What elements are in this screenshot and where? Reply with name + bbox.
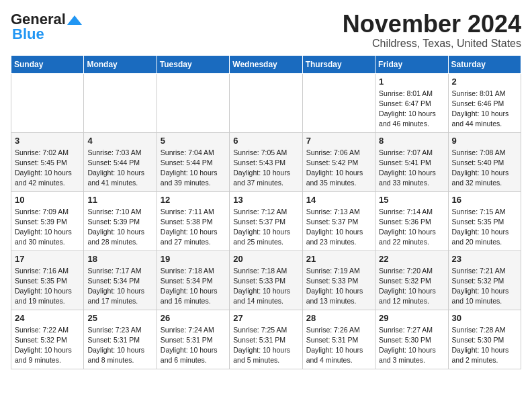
day-info: Sunrise: 7:05 AM Sunset: 5:43 PM Dayligh… — [233, 148, 298, 189]
day-info: Sunrise: 7:19 AM Sunset: 5:33 PM Dayligh… — [306, 266, 371, 307]
day-info: Sunrise: 7:12 AM Sunset: 5:37 PM Dayligh… — [233, 207, 298, 248]
day-info: Sunrise: 7:15 AM Sunset: 5:35 PM Dayligh… — [452, 207, 517, 248]
calendar-cell-w4-d2: 26Sunrise: 7:24 AM Sunset: 5:31 PM Dayli… — [157, 310, 229, 369]
day-info: Sunrise: 7:23 AM Sunset: 5:31 PM Dayligh… — [87, 325, 152, 366]
calendar-cell-w0-d5: 1Sunrise: 8:01 AM Sunset: 6:47 PM Daylig… — [375, 73, 448, 132]
calendar-cell-w0-d1 — [84, 73, 157, 132]
logo: General Blue — [11, 11, 82, 43]
calendar-table: Sunday Monday Tuesday Wednesday Thursday… — [11, 55, 521, 369]
calendar-cell-w3-d4: 21Sunrise: 7:19 AM Sunset: 5:33 PM Dayli… — [302, 250, 375, 310]
calendar-cell-w2-d3: 13Sunrise: 7:12 AM Sunset: 5:37 PM Dayli… — [230, 191, 302, 250]
calendar-cell-w4-d3: 27Sunrise: 7:25 AM Sunset: 5:31 PM Dayli… — [230, 310, 302, 369]
calendar-header: Sunday Monday Tuesday Wednesday Thursday… — [11, 55, 521, 73]
day-info: Sunrise: 7:26 AM Sunset: 5:31 PM Dayligh… — [306, 325, 371, 366]
calendar-cell-w2-d2: 12Sunrise: 7:11 AM Sunset: 5:38 PM Dayli… — [157, 191, 229, 250]
day-number: 6 — [233, 136, 298, 146]
day-info: Sunrise: 7:20 AM Sunset: 5:32 PM Dayligh… — [379, 266, 444, 307]
calendar-cell-w4-d4: 28Sunrise: 7:26 AM Sunset: 5:31 PM Dayli… — [302, 310, 375, 369]
week-row-2: 10Sunrise: 7:09 AM Sunset: 5:39 PM Dayli… — [11, 191, 521, 250]
day-info: Sunrise: 7:09 AM Sunset: 5:39 PM Dayligh… — [15, 207, 80, 248]
calendar-cell-w4-d6: 30Sunrise: 7:28 AM Sunset: 5:30 PM Dayli… — [448, 310, 521, 369]
day-info: Sunrise: 7:06 AM Sunset: 5:42 PM Dayligh… — [306, 148, 371, 189]
week-row-0: 1Sunrise: 8:01 AM Sunset: 6:47 PM Daylig… — [11, 73, 521, 132]
day-number: 10 — [15, 195, 80, 205]
calendar-cell-w1-d1: 4Sunrise: 7:03 AM Sunset: 5:44 PM Daylig… — [84, 132, 157, 191]
day-number: 2 — [452, 77, 517, 87]
day-number: 30 — [452, 313, 517, 323]
calendar-cell-w0-d0 — [11, 73, 84, 132]
day-number: 13 — [233, 195, 298, 205]
header-row: Sunday Monday Tuesday Wednesday Thursday… — [11, 55, 521, 73]
week-row-3: 17Sunrise: 7:16 AM Sunset: 5:35 PM Dayli… — [11, 250, 521, 310]
header-tuesday: Tuesday — [157, 55, 229, 73]
day-number: 16 — [452, 195, 517, 205]
day-number: 22 — [379, 254, 444, 264]
calendar-cell-w4-d5: 29Sunrise: 7:27 AM Sunset: 5:30 PM Dayli… — [375, 310, 448, 369]
day-number: 26 — [161, 313, 226, 323]
calendar-cell-w1-d4: 7Sunrise: 7:06 AM Sunset: 5:42 PM Daylig… — [302, 132, 375, 191]
day-number: 8 — [379, 136, 444, 146]
calendar-cell-w2-d1: 11Sunrise: 7:10 AM Sunset: 5:39 PM Dayli… — [84, 191, 157, 250]
calendar-cell-w3-d0: 17Sunrise: 7:16 AM Sunset: 5:35 PM Dayli… — [11, 250, 84, 310]
day-number: 7 — [306, 136, 371, 146]
day-info: Sunrise: 7:08 AM Sunset: 5:40 PM Dayligh… — [452, 148, 517, 189]
calendar-cell-w2-d5: 15Sunrise: 7:14 AM Sunset: 5:36 PM Dayli… — [375, 191, 448, 250]
day-number: 11 — [87, 195, 152, 205]
day-info: Sunrise: 8:01 AM Sunset: 6:46 PM Dayligh… — [452, 89, 517, 130]
calendar-cell-w3-d1: 18Sunrise: 7:17 AM Sunset: 5:34 PM Dayli… — [84, 250, 157, 310]
day-number: 4 — [87, 136, 152, 146]
day-info: Sunrise: 7:24 AM Sunset: 5:31 PM Dayligh… — [161, 325, 226, 366]
day-info: Sunrise: 7:28 AM Sunset: 5:30 PM Dayligh… — [452, 325, 517, 366]
calendar-cell-w4-d0: 24Sunrise: 7:22 AM Sunset: 5:32 PM Dayli… — [11, 310, 84, 369]
day-info: Sunrise: 7:18 AM Sunset: 5:34 PM Dayligh… — [161, 266, 226, 307]
day-info: Sunrise: 7:10 AM Sunset: 5:39 PM Dayligh… — [87, 207, 152, 248]
day-info: Sunrise: 7:22 AM Sunset: 5:32 PM Dayligh… — [15, 325, 80, 366]
day-number: 1 — [379, 77, 444, 87]
header-sunday: Sunday — [11, 55, 84, 73]
day-number: 20 — [233, 254, 298, 264]
day-info: Sunrise: 7:07 AM Sunset: 5:41 PM Dayligh… — [379, 148, 444, 189]
day-info: Sunrise: 7:02 AM Sunset: 5:45 PM Dayligh… — [15, 148, 80, 189]
calendar-cell-w4-d1: 25Sunrise: 7:23 AM Sunset: 5:31 PM Dayli… — [84, 310, 157, 369]
calendar-cell-w0-d6: 2Sunrise: 8:01 AM Sunset: 6:46 PM Daylig… — [448, 73, 521, 132]
day-info: Sunrise: 8:01 AM Sunset: 6:47 PM Dayligh… — [379, 89, 444, 130]
day-info: Sunrise: 7:18 AM Sunset: 5:33 PM Dayligh… — [233, 266, 298, 307]
title-area: November 2024 Childress, Texas, United S… — [343, 11, 521, 50]
day-number: 23 — [452, 254, 517, 264]
day-number: 5 — [161, 136, 226, 146]
day-number: 18 — [87, 254, 152, 264]
location: Childress, Texas, United States — [343, 38, 521, 50]
day-number: 27 — [233, 313, 298, 323]
day-info: Sunrise: 7:16 AM Sunset: 5:35 PM Dayligh… — [15, 266, 80, 307]
header-saturday: Saturday — [448, 55, 521, 73]
day-number: 28 — [306, 313, 371, 323]
header: General Blue November 2024 Childress, Te… — [11, 11, 521, 50]
calendar-cell-w2-d6: 16Sunrise: 7:15 AM Sunset: 5:35 PM Dayli… — [448, 191, 521, 250]
week-row-1: 3Sunrise: 7:02 AM Sunset: 5:45 PM Daylig… — [11, 132, 521, 191]
day-info: Sunrise: 7:21 AM Sunset: 5:32 PM Dayligh… — [452, 266, 517, 307]
day-info: Sunrise: 7:13 AM Sunset: 5:37 PM Dayligh… — [306, 207, 371, 248]
day-number: 25 — [87, 313, 152, 323]
day-number: 29 — [379, 313, 444, 323]
day-number: 17 — [15, 254, 80, 264]
header-thursday: Thursday — [302, 55, 375, 73]
calendar-cell-w3-d2: 19Sunrise: 7:18 AM Sunset: 5:34 PM Dayli… — [157, 250, 229, 310]
day-number: 24 — [15, 313, 80, 323]
svg-marker-0 — [67, 15, 82, 25]
calendar-cell-w1-d5: 8Sunrise: 7:07 AM Sunset: 5:41 PM Daylig… — [375, 132, 448, 191]
calendar-cell-w3-d6: 23Sunrise: 7:21 AM Sunset: 5:32 PM Dayli… — [448, 250, 521, 310]
day-number: 15 — [379, 195, 444, 205]
calendar-cell-w3-d3: 20Sunrise: 7:18 AM Sunset: 5:33 PM Dayli… — [230, 250, 302, 310]
header-wednesday: Wednesday — [230, 55, 302, 73]
day-info: Sunrise: 7:25 AM Sunset: 5:31 PM Dayligh… — [233, 325, 298, 366]
day-info: Sunrise: 7:17 AM Sunset: 5:34 PM Dayligh… — [87, 266, 152, 307]
day-number: 14 — [306, 195, 371, 205]
calendar-cell-w1-d6: 9Sunrise: 7:08 AM Sunset: 5:40 PM Daylig… — [448, 132, 521, 191]
logo-icon — [67, 15, 82, 25]
month-title: November 2024 — [343, 11, 521, 38]
calendar-cell-w2-d4: 14Sunrise: 7:13 AM Sunset: 5:37 PM Dayli… — [302, 191, 375, 250]
day-number: 19 — [161, 254, 226, 264]
calendar-cell-w1-d3: 6Sunrise: 7:05 AM Sunset: 5:43 PM Daylig… — [230, 132, 302, 191]
day-info: Sunrise: 7:04 AM Sunset: 5:44 PM Dayligh… — [161, 148, 226, 189]
calendar-cell-w0-d3 — [230, 73, 302, 132]
